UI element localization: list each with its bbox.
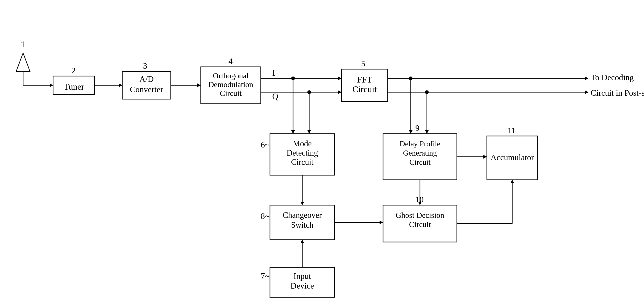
change-tilde: 8~ xyxy=(261,212,269,221)
arrow-i-fft xyxy=(338,76,342,80)
ad-label2: Converter xyxy=(130,85,163,94)
antenna-label: 1 xyxy=(21,39,25,49)
tuner-label: Tuner xyxy=(64,82,84,91)
change-label1: Changeover xyxy=(283,211,322,220)
tuner-number: 2 xyxy=(72,66,76,75)
arrow-to-delay2 xyxy=(425,130,429,134)
diagram: 1 Tuner 2 A/D Converter 3 Orthogonal Dem… xyxy=(0,0,644,307)
q-label: Q xyxy=(272,92,278,101)
arrow-tuner-ad xyxy=(119,83,122,87)
ad-label1: A/D xyxy=(139,74,154,84)
arrow-i-mode xyxy=(291,130,295,134)
mode-label2: Detecting xyxy=(286,148,318,157)
arrow-input-change xyxy=(300,240,304,243)
fft-label2: Circuit xyxy=(352,84,377,94)
accum-label: Accumulator xyxy=(490,153,534,162)
delay-number: 9 xyxy=(415,124,420,133)
arrow-ghost-accum xyxy=(510,180,514,183)
ghost-number: 10 xyxy=(415,195,424,204)
input-label1: Input xyxy=(294,272,311,281)
delay-label2: Generating xyxy=(403,149,437,157)
orth-label1: Orthogonal xyxy=(213,71,249,80)
arrow-delay-accum xyxy=(484,155,487,159)
ghost-label1: Ghost Decision xyxy=(396,211,444,219)
arrow-out2 xyxy=(585,90,588,94)
mode-label1: Mode xyxy=(293,139,312,148)
arrow-out1 xyxy=(585,76,588,80)
delay-label1: Delay Profile xyxy=(400,140,440,148)
delay-label3: Circuit xyxy=(409,158,430,166)
change-label2: Switch xyxy=(291,221,314,230)
mode-tilde: 6~ xyxy=(261,140,269,149)
arrow-mode-change xyxy=(300,202,304,205)
fft-label1: FFT xyxy=(357,75,372,84)
to-decoding-label1: To Decoding xyxy=(591,73,634,82)
mode-label3: Circuit xyxy=(291,158,313,167)
arrow-q-mode xyxy=(307,130,311,134)
accum-number: 11 xyxy=(508,126,516,135)
ghost-label2: Circuit xyxy=(409,220,431,229)
arrow-ant-tuner xyxy=(50,83,53,87)
arrow-to-delay1 xyxy=(409,130,412,134)
orth-label3: Circuit xyxy=(220,89,242,97)
to-decoding-label2: Circuit in Post-stage xyxy=(591,88,644,97)
input-tilde: 7~ xyxy=(261,272,269,281)
antenna-symbol xyxy=(16,53,30,71)
diagram-svg: 1 Tuner 2 A/D Converter 3 Orthogonal Dem… xyxy=(0,0,644,307)
orth-label2: Demodulation xyxy=(208,80,253,89)
input-label2: Device xyxy=(290,281,314,291)
arrow-ad-orth xyxy=(197,83,201,87)
ad-number: 3 xyxy=(143,61,147,70)
arrow-change-ghost xyxy=(380,221,383,224)
orth-number: 4 xyxy=(228,57,232,66)
arrow-q-fft xyxy=(338,90,342,94)
fft-number: 5 xyxy=(361,59,365,68)
i-label: I xyxy=(272,68,275,77)
